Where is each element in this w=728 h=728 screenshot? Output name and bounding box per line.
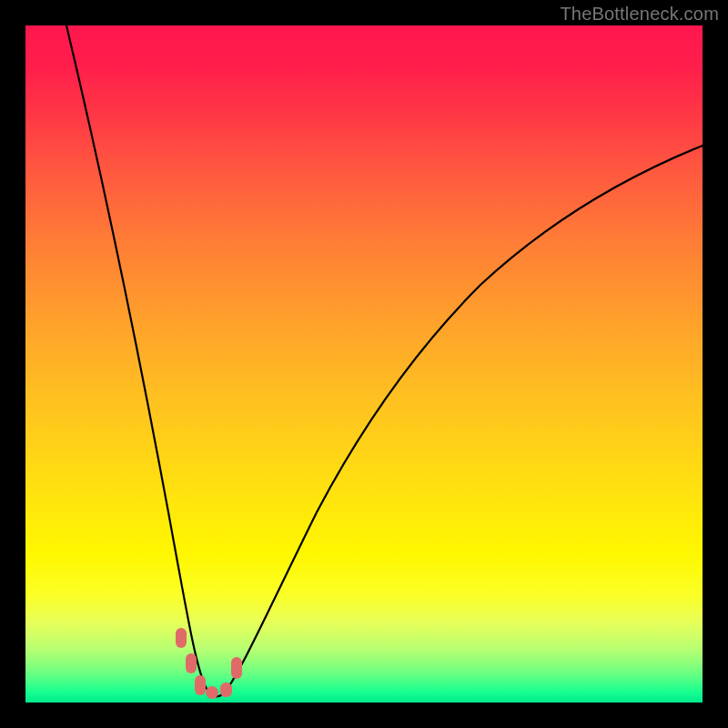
chart-plot-area [25, 25, 703, 703]
marker-dot [186, 653, 197, 673]
curve-path [66, 25, 703, 696]
marker-dot [206, 686, 218, 699]
watermark-text: TheBottleneck.com [560, 4, 719, 25]
marker-dot [176, 628, 187, 648]
bottleneck-curve [25, 25, 703, 703]
marker-dot [231, 657, 242, 679]
marker-dot [220, 682, 232, 697]
marker-dot [195, 675, 206, 695]
